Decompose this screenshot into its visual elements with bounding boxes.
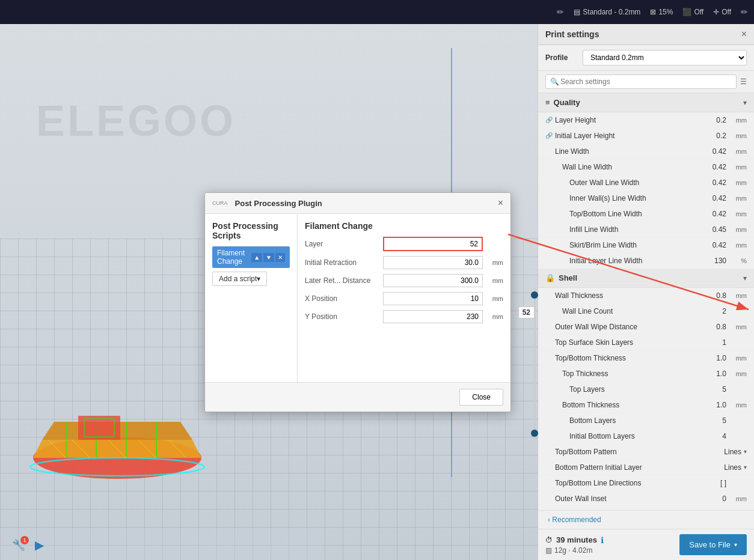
edit-icon2[interactable]: ✏ bbox=[741, 7, 748, 17]
close-dialog-button[interactable]: Close bbox=[459, 389, 503, 406]
script-down-button[interactable]: ▼ bbox=[263, 253, 274, 262]
shell-chevron: ▾ bbox=[743, 274, 747, 282]
setting-topbottom-thickness[interactable]: 🔗 Top/Bottom Thickness 1.0 mm bbox=[538, 350, 754, 366]
infill-icon: ⊠ bbox=[650, 8, 656, 16]
setting-wall-thickness[interactable]: 🔗 Wall Thickness 0.8 mm bbox=[538, 288, 754, 303]
dialog-logo: CURA bbox=[212, 200, 228, 206]
dialog-title-group: CURA Post Processing Plugin bbox=[212, 199, 322, 208]
param-label-later-retraction: Later Ret... Distance bbox=[305, 276, 383, 285]
setting-bottom-layers[interactable]: 🔗 Bottom Layers 5 bbox=[538, 413, 754, 428]
setting-top-thickness[interactable]: 🔗 Top Thickness 1.0 mm bbox=[538, 366, 754, 382]
params-panel: Filament Change Layer Initial Retraction… bbox=[298, 214, 510, 382]
edit-icon[interactable]: ✏ bbox=[557, 7, 564, 17]
param-input-layer[interactable] bbox=[383, 237, 483, 251]
add-script-label: Add a script▾ bbox=[219, 275, 260, 283]
setting-wall-line-width[interactable]: 🔗 Wall Line Width 0.42 mm bbox=[538, 159, 754, 175]
search-wrap: 🔍 bbox=[545, 75, 737, 89]
adhesion-icon: ✛ bbox=[713, 8, 719, 16]
setting-top-layers[interactable]: 🔗 Top Layers 5 bbox=[538, 382, 754, 397]
param-label-x-position: X Position bbox=[305, 294, 383, 303]
dialog-title-bar: CURA Post Processing Plugin × bbox=[205, 193, 510, 214]
setting-initial-bottom-layers[interactable]: 🔗 Initial Bottom Layers 4 bbox=[538, 428, 754, 444]
param-input-y-position[interactable] bbox=[383, 310, 483, 323]
panel-close-button[interactable]: × bbox=[741, 29, 747, 40]
recommended-button[interactable]: ‹ Recommended bbox=[548, 516, 601, 524]
material-icon: ▥ bbox=[545, 546, 552, 555]
infill-value: 15% bbox=[658, 8, 673, 16]
wrench-icon[interactable]: 🔧 1 bbox=[12, 538, 25, 552]
adhesion-indicator: ✛ Off bbox=[713, 8, 731, 16]
recommended-row: ‹ Recommended bbox=[538, 510, 754, 529]
setting-outer-wall-inset[interactable]: 🔗 Outer Wall Inset 0 mm bbox=[538, 491, 754, 507]
param-input-x-position[interactable] bbox=[383, 292, 483, 305]
3d-model bbox=[18, 368, 216, 488]
setting-inner-wall-line-width[interactable]: 🔗 Inner Wall(s) Line Width 0.42 mm bbox=[538, 190, 754, 206]
setting-line-width[interactable]: 🔗 Line Width 0.42 mm bbox=[538, 144, 754, 159]
setting-outer-wall-wipe[interactable]: 🔗 Outer Wall Wipe Distance 0.8 mm bbox=[538, 319, 754, 335]
profile-select[interactable]: Standard 0.2mm bbox=[583, 50, 747, 65]
script-name: Filament Change bbox=[217, 249, 251, 266]
search-input[interactable] bbox=[545, 75, 737, 89]
support-indicator: ⬛ Off bbox=[682, 8, 703, 16]
setting-skirt-line-width[interactable]: 🔗 Skirt/Brim Line Width 0.42 mm bbox=[538, 237, 754, 253]
dialog-title: Post Processing Plugin bbox=[235, 199, 322, 208]
material-label: 12g · 4.02m bbox=[554, 546, 592, 555]
search-icon: 🔍 bbox=[550, 78, 559, 86]
link-icon: 🔗 bbox=[545, 117, 553, 123]
search-row: 🔍 ☰ bbox=[538, 71, 754, 93]
setting-topbottom-pattern[interactable]: 🔗 Top/Bottom Pattern Lines ▾ bbox=[538, 444, 754, 460]
shell-section-header[interactable]: 🔒 Shell ▾ bbox=[538, 269, 754, 288]
setting-wall-line-count[interactable]: 🔗 Wall Line Count 2 bbox=[538, 303, 754, 319]
profile-indicator: ▤ Standard - 0.2mm bbox=[574, 8, 640, 16]
play-button[interactable]: ▶ bbox=[35, 538, 44, 552]
script-remove-button[interactable]: ✕ bbox=[275, 253, 285, 262]
setting-topbottom-line-width[interactable]: 🔗 Top/Bottom Line Width 0.42 mm bbox=[538, 206, 754, 222]
quality-section-header[interactable]: ≡ Quality ▾ bbox=[538, 93, 754, 112]
layer-slider[interactable] bbox=[530, 288, 539, 440]
shell-icon: 🔒 bbox=[545, 273, 555, 282]
param-input-initial-retraction[interactable] bbox=[383, 256, 483, 269]
param-row-y-position: Y Position mm bbox=[305, 310, 503, 323]
save-chevron: ▾ bbox=[734, 541, 737, 548]
setting-initial-layer-height[interactable]: 🔗 Initial Layer Height 0.2 mm bbox=[538, 128, 754, 144]
param-label-layer: Layer bbox=[305, 240, 383, 248]
menu-icon[interactable]: ☰ bbox=[740, 78, 747, 86]
dropdown-arrow2: ▾ bbox=[744, 464, 747, 470]
setting-bottom-pattern-initial[interactable]: 🔗 Bottom Pattern Initial Layer Lines ▾ bbox=[538, 460, 754, 475]
infill-indicator: ⊠ 15% bbox=[650, 8, 673, 16]
slider-top-dot[interactable] bbox=[531, 291, 538, 299]
support-icon: ⬛ bbox=[682, 8, 691, 16]
material-info: ▥ 12g · 4.02m bbox=[545, 546, 604, 555]
setting-initial-layer-line-width[interactable]: 🔗 Initial Layer Line Width 130 % bbox=[538, 253, 754, 269]
shell-title: 🔒 Shell bbox=[545, 273, 577, 282]
panel-title: Print settings bbox=[545, 29, 599, 39]
quality-chevron: ▾ bbox=[743, 99, 747, 107]
top-bar: ✏ ▤ Standard - 0.2mm ⊠ 15% ⬛ Off ✛ Off ✏ bbox=[0, 0, 754, 24]
save-to-file-button[interactable]: Save to File ▾ bbox=[679, 534, 747, 555]
setting-layer-height[interactable]: 🔗 Layer Height 0.2 mm bbox=[538, 112, 754, 128]
setting-infill-line-width[interactable]: 🔗 Infill Line Width 0.45 mm bbox=[538, 222, 754, 237]
param-unit-initial-retraction: mm bbox=[485, 259, 503, 266]
time-info: ⏱ 39 minutes ℹ ▥ 12g · 4.02m bbox=[545, 535, 604, 555]
profile-row: Profile Standard 0.2mm bbox=[538, 45, 754, 71]
param-row-x-position: X Position mm bbox=[305, 292, 503, 305]
param-unit-y-position: mm bbox=[485, 313, 503, 320]
profile-label: Profile bbox=[545, 53, 575, 62]
add-script-button[interactable]: Add a script▾ bbox=[212, 272, 267, 286]
link-icon2: 🔗 bbox=[545, 132, 553, 139]
slider-bottom-dot[interactable] bbox=[531, 430, 538, 437]
setting-top-surface-skin[interactable]: 🔗 Top Surface Skin Layers 1 bbox=[538, 335, 754, 350]
right-panel: Print settings × Profile Standard 0.2mm … bbox=[538, 24, 754, 560]
script-up-button[interactable]: ▲ bbox=[251, 253, 262, 262]
setting-topbottom-directions[interactable]: 🔗 Top/Bottom Line Directions [ ] bbox=[538, 475, 754, 491]
param-input-later-retraction[interactable] bbox=[383, 274, 483, 287]
quality-title: ≡ Quality bbox=[545, 98, 580, 107]
setting-bottom-thickness[interactable]: 🔗 Bottom Thickness 1.0 mm bbox=[538, 397, 754, 413]
post-processing-dialog: CURA Post Processing Plugin × Post Proce… bbox=[204, 192, 511, 412]
info-icon[interactable]: ℹ bbox=[601, 535, 604, 545]
wrench-badge: 1 bbox=[20, 536, 29, 544]
dialog-close-button[interactable]: × bbox=[498, 198, 503, 208]
setting-outer-wall-line-width[interactable]: 🔗 Outer Wall Line Width 0.42 mm bbox=[538, 175, 754, 190]
script-item-filament-change[interactable]: Filament Change ▲ ▼ ✕ bbox=[212, 246, 290, 268]
dialog-body: Post Processing Scripts Filament Change … bbox=[205, 214, 510, 382]
